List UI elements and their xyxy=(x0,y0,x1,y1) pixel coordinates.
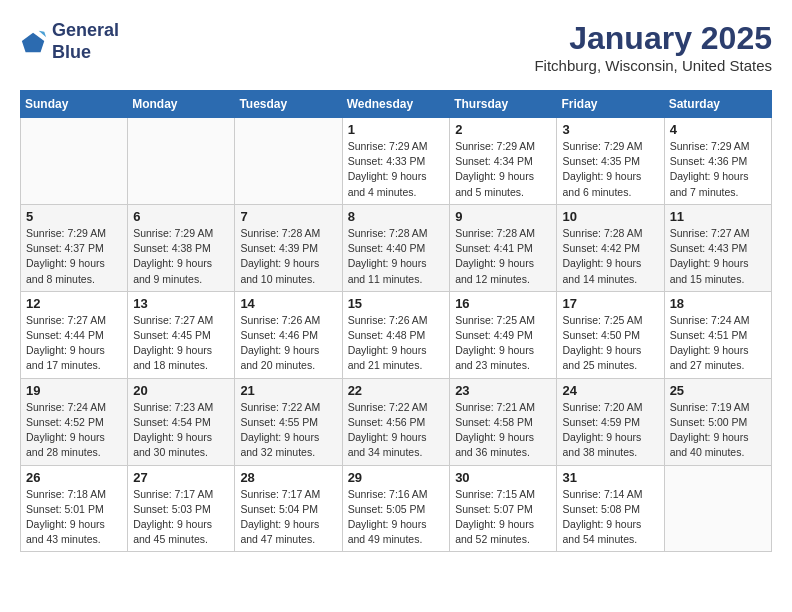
day-info: Sunrise: 7:15 AM Sunset: 5:07 PM Dayligh… xyxy=(455,487,551,548)
day-info: Sunrise: 7:24 AM Sunset: 4:52 PM Dayligh… xyxy=(26,400,122,461)
day-cell: 23Sunrise: 7:21 AM Sunset: 4:58 PM Dayli… xyxy=(450,378,557,465)
week-row-1: 1Sunrise: 7:29 AM Sunset: 4:33 PM Daylig… xyxy=(21,118,772,205)
week-row-3: 12Sunrise: 7:27 AM Sunset: 4:44 PM Dayli… xyxy=(21,291,772,378)
day-cell: 31Sunrise: 7:14 AM Sunset: 5:08 PM Dayli… xyxy=(557,465,664,552)
day-cell: 27Sunrise: 7:17 AM Sunset: 5:03 PM Dayli… xyxy=(128,465,235,552)
day-cell: 30Sunrise: 7:15 AM Sunset: 5:07 PM Dayli… xyxy=(450,465,557,552)
logo-line1: General xyxy=(52,20,119,42)
svg-marker-1 xyxy=(39,30,46,37)
weekday-header-monday: Monday xyxy=(128,91,235,118)
day-cell: 28Sunrise: 7:17 AM Sunset: 5:04 PM Dayli… xyxy=(235,465,342,552)
day-cell: 26Sunrise: 7:18 AM Sunset: 5:01 PM Dayli… xyxy=(21,465,128,552)
day-cell: 19Sunrise: 7:24 AM Sunset: 4:52 PM Dayli… xyxy=(21,378,128,465)
logo: General Blue xyxy=(20,20,119,63)
weekday-header-sunday: Sunday xyxy=(21,91,128,118)
day-number: 1 xyxy=(348,122,445,137)
day-info: Sunrise: 7:29 AM Sunset: 4:35 PM Dayligh… xyxy=(562,139,658,200)
day-number: 25 xyxy=(670,383,766,398)
day-number: 20 xyxy=(133,383,229,398)
day-number: 17 xyxy=(562,296,658,311)
day-info: Sunrise: 7:25 AM Sunset: 4:50 PM Dayligh… xyxy=(562,313,658,374)
day-number: 11 xyxy=(670,209,766,224)
day-info: Sunrise: 7:18 AM Sunset: 5:01 PM Dayligh… xyxy=(26,487,122,548)
weekday-header-saturday: Saturday xyxy=(664,91,771,118)
day-info: Sunrise: 7:16 AM Sunset: 5:05 PM Dayligh… xyxy=(348,487,445,548)
day-info: Sunrise: 7:17 AM Sunset: 5:04 PM Dayligh… xyxy=(240,487,336,548)
day-number: 29 xyxy=(348,470,445,485)
day-cell: 2Sunrise: 7:29 AM Sunset: 4:34 PM Daylig… xyxy=(450,118,557,205)
day-cell: 9Sunrise: 7:28 AM Sunset: 4:41 PM Daylig… xyxy=(450,204,557,291)
day-cell: 8Sunrise: 7:28 AM Sunset: 4:40 PM Daylig… xyxy=(342,204,450,291)
weekday-header-friday: Friday xyxy=(557,91,664,118)
day-cell: 16Sunrise: 7:25 AM Sunset: 4:49 PM Dayli… xyxy=(450,291,557,378)
day-info: Sunrise: 7:20 AM Sunset: 4:59 PM Dayligh… xyxy=(562,400,658,461)
day-number: 19 xyxy=(26,383,122,398)
day-number: 31 xyxy=(562,470,658,485)
day-number: 9 xyxy=(455,209,551,224)
day-number: 23 xyxy=(455,383,551,398)
day-info: Sunrise: 7:22 AM Sunset: 4:55 PM Dayligh… xyxy=(240,400,336,461)
day-cell xyxy=(21,118,128,205)
day-info: Sunrise: 7:27 AM Sunset: 4:44 PM Dayligh… xyxy=(26,313,122,374)
day-info: Sunrise: 7:28 AM Sunset: 4:41 PM Dayligh… xyxy=(455,226,551,287)
day-info: Sunrise: 7:29 AM Sunset: 4:37 PM Dayligh… xyxy=(26,226,122,287)
day-cell: 1Sunrise: 7:29 AM Sunset: 4:33 PM Daylig… xyxy=(342,118,450,205)
day-number: 2 xyxy=(455,122,551,137)
weekday-header-wednesday: Wednesday xyxy=(342,91,450,118)
day-cell xyxy=(664,465,771,552)
day-cell: 21Sunrise: 7:22 AM Sunset: 4:55 PM Dayli… xyxy=(235,378,342,465)
day-cell: 17Sunrise: 7:25 AM Sunset: 4:50 PM Dayli… xyxy=(557,291,664,378)
day-number: 7 xyxy=(240,209,336,224)
day-info: Sunrise: 7:21 AM Sunset: 4:58 PM Dayligh… xyxy=(455,400,551,461)
day-info: Sunrise: 7:22 AM Sunset: 4:56 PM Dayligh… xyxy=(348,400,445,461)
day-number: 8 xyxy=(348,209,445,224)
day-cell: 18Sunrise: 7:24 AM Sunset: 4:51 PM Dayli… xyxy=(664,291,771,378)
day-number: 28 xyxy=(240,470,336,485)
week-row-5: 26Sunrise: 7:18 AM Sunset: 5:01 PM Dayli… xyxy=(21,465,772,552)
day-cell xyxy=(235,118,342,205)
day-number: 15 xyxy=(348,296,445,311)
day-info: Sunrise: 7:26 AM Sunset: 4:46 PM Dayligh… xyxy=(240,313,336,374)
day-info: Sunrise: 7:19 AM Sunset: 5:00 PM Dayligh… xyxy=(670,400,766,461)
day-number: 26 xyxy=(26,470,122,485)
day-number: 16 xyxy=(455,296,551,311)
day-info: Sunrise: 7:25 AM Sunset: 4:49 PM Dayligh… xyxy=(455,313,551,374)
day-cell xyxy=(128,118,235,205)
day-info: Sunrise: 7:28 AM Sunset: 4:39 PM Dayligh… xyxy=(240,226,336,287)
day-info: Sunrise: 7:29 AM Sunset: 4:34 PM Dayligh… xyxy=(455,139,551,200)
day-cell: 22Sunrise: 7:22 AM Sunset: 4:56 PM Dayli… xyxy=(342,378,450,465)
day-info: Sunrise: 7:26 AM Sunset: 4:48 PM Dayligh… xyxy=(348,313,445,374)
day-cell: 15Sunrise: 7:26 AM Sunset: 4:48 PM Dayli… xyxy=(342,291,450,378)
month-title: January 2025 xyxy=(534,20,772,57)
day-number: 18 xyxy=(670,296,766,311)
day-number: 12 xyxy=(26,296,122,311)
day-number: 14 xyxy=(240,296,336,311)
day-info: Sunrise: 7:29 AM Sunset: 4:38 PM Dayligh… xyxy=(133,226,229,287)
day-number: 22 xyxy=(348,383,445,398)
weekday-header-row: SundayMondayTuesdayWednesdayThursdayFrid… xyxy=(21,91,772,118)
day-cell: 12Sunrise: 7:27 AM Sunset: 4:44 PM Dayli… xyxy=(21,291,128,378)
title-block: January 2025 Fitchburg, Wisconsin, Unite… xyxy=(534,20,772,74)
day-cell: 14Sunrise: 7:26 AM Sunset: 4:46 PM Dayli… xyxy=(235,291,342,378)
day-number: 5 xyxy=(26,209,122,224)
day-cell: 24Sunrise: 7:20 AM Sunset: 4:59 PM Dayli… xyxy=(557,378,664,465)
day-cell: 25Sunrise: 7:19 AM Sunset: 5:00 PM Dayli… xyxy=(664,378,771,465)
day-number: 4 xyxy=(670,122,766,137)
day-info: Sunrise: 7:28 AM Sunset: 4:40 PM Dayligh… xyxy=(348,226,445,287)
week-row-4: 19Sunrise: 7:24 AM Sunset: 4:52 PM Dayli… xyxy=(21,378,772,465)
page-header: General Blue January 2025 Fitchburg, Wis… xyxy=(20,20,772,74)
weekday-header-tuesday: Tuesday xyxy=(235,91,342,118)
calendar: SundayMondayTuesdayWednesdayThursdayFrid… xyxy=(20,90,772,552)
weekday-header-thursday: Thursday xyxy=(450,91,557,118)
day-info: Sunrise: 7:29 AM Sunset: 4:33 PM Dayligh… xyxy=(348,139,445,200)
day-number: 6 xyxy=(133,209,229,224)
day-info: Sunrise: 7:29 AM Sunset: 4:36 PM Dayligh… xyxy=(670,139,766,200)
day-number: 21 xyxy=(240,383,336,398)
day-cell: 3Sunrise: 7:29 AM Sunset: 4:35 PM Daylig… xyxy=(557,118,664,205)
week-row-2: 5Sunrise: 7:29 AM Sunset: 4:37 PM Daylig… xyxy=(21,204,772,291)
day-cell: 6Sunrise: 7:29 AM Sunset: 4:38 PM Daylig… xyxy=(128,204,235,291)
day-cell: 20Sunrise: 7:23 AM Sunset: 4:54 PM Dayli… xyxy=(128,378,235,465)
day-info: Sunrise: 7:27 AM Sunset: 4:45 PM Dayligh… xyxy=(133,313,229,374)
day-info: Sunrise: 7:17 AM Sunset: 5:03 PM Dayligh… xyxy=(133,487,229,548)
day-cell: 10Sunrise: 7:28 AM Sunset: 4:42 PM Dayli… xyxy=(557,204,664,291)
